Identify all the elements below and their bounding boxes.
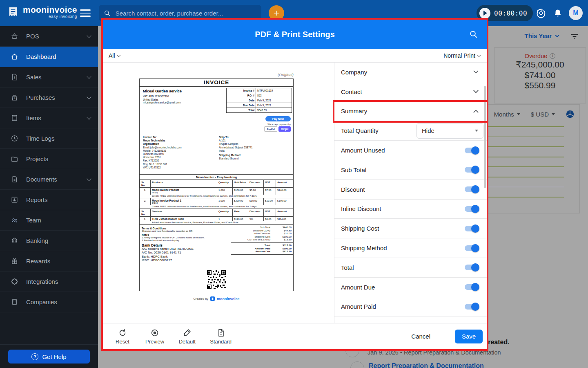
modal-body: (Original) INVOICE Miceal Garden service… (103, 63, 487, 323)
toggle-switch[interactable] (465, 303, 479, 311)
app-logo[interactable]: mooninvoice easy invoicing (7, 5, 77, 19)
timer-value: 00:00:00 (494, 9, 527, 17)
chevron-down-icon (87, 115, 91, 119)
invoice-totals-block: Sub Total$448.00Discount (10%)$44.80Inli… (231, 225, 293, 268)
sidebar-item[interactable]: POS (0, 26, 98, 47)
sidebar-item-label: Rewards (26, 258, 91, 265)
chevron-down-icon (473, 88, 479, 93)
toggle-switch[interactable] (465, 263, 479, 272)
sidebar-item-label: Documents (26, 176, 87, 183)
sidebar-item[interactable]: Companies (0, 292, 98, 312)
pdf-print-settings-modal: PDF & Print Settings All Normal Print (O… (101, 18, 488, 351)
toggle-row: Amount Unused (334, 141, 487, 160)
items-icon (11, 114, 19, 122)
dashboard-icon (11, 53, 19, 61)
standard-button[interactable]: Standard (210, 328, 232, 345)
toggle-switch[interactable] (465, 224, 479, 233)
total-quantity-select[interactable]: Hide (416, 123, 483, 139)
qr-code (207, 270, 226, 289)
chevron-down-icon (477, 53, 481, 56)
sidebar-item[interactable]: Dashboard (0, 47, 98, 67)
pos-icon (11, 32, 19, 40)
invoice-meta-row: DateFeb 9, 2021 (227, 98, 292, 103)
sidebar-item[interactable]: Integrations (0, 272, 98, 292)
sidebar-item[interactable]: Banking (0, 231, 98, 251)
mooninvoice-logo-icon (210, 296, 215, 301)
sidebar-item-label: Banking (26, 237, 91, 244)
print-mode-dropdown[interactable]: Normal Print (443, 52, 480, 59)
sidebar-item[interactable]: Time Logs (0, 128, 98, 149)
sidebar-item[interactable]: Team (0, 210, 98, 231)
sidebar-item[interactable]: Projects (0, 149, 98, 169)
section-company[interactable]: Company (334, 63, 487, 82)
search-input[interactable] (115, 9, 256, 17)
modal-header: PDF & Print Settings (103, 20, 487, 49)
reset-button[interactable]: Reset (114, 328, 131, 345)
document-icon (216, 328, 225, 337)
services-table-header: Sr. No.ServicesQuantityRateDiscountGSTAm… (140, 209, 293, 216)
sidebar-item[interactable]: Items (0, 108, 98, 128)
invoice-meta-row: P.O. #852 (227, 93, 292, 98)
companies-icon (11, 298, 19, 306)
modal-search-icon[interactable] (469, 30, 478, 40)
toggle-switch[interactable] (465, 244, 479, 252)
total-row: Amount Due$417.80 (233, 250, 292, 253)
toggle-row: Discount (334, 180, 487, 200)
total-row: Amount Paid$100.00 (233, 247, 292, 250)
default-button[interactable]: Default (178, 328, 196, 345)
paypal-badge: PayPal (264, 126, 277, 132)
toggle-switch[interactable] (465, 205, 479, 213)
user-avatar[interactable]: M (569, 6, 583, 20)
modal-title: PDF & Print Settings (255, 30, 335, 39)
invoice-to-block: Invoice To: Moon TechnolabsOrganization … (143, 136, 219, 174)
settings-gear-icon[interactable] (536, 8, 546, 20)
sidebar-item-label: Purchases (26, 94, 87, 101)
toggle-rows: Amount Unused Sub Total Discount Inline … (334, 141, 487, 316)
section-contact[interactable]: Contact (334, 82, 487, 102)
toggle-switch[interactable] (465, 283, 479, 291)
reset-icon (118, 328, 127, 337)
chevron-down-icon (87, 74, 91, 79)
document-type-value: All (109, 52, 115, 59)
menu-icon[interactable] (80, 9, 91, 17)
sidebar-item[interactable]: Reports (0, 190, 98, 210)
products-table-rows: 1. Moon Invoice ProductPR01 1.000 $150.0… (140, 187, 293, 209)
notifications-bell-icon[interactable] (553, 8, 563, 20)
get-help-label: Get Help (42, 353, 66, 360)
invoice-title: INVOICE (140, 79, 293, 87)
product-row: 1. Moon Invoice ProductPR01 1.000 $150.0… (140, 187, 293, 198)
save-button[interactable]: Save (455, 330, 483, 343)
sidebar-item[interactable]: Documents (0, 169, 98, 190)
toggle-switch[interactable] (465, 146, 479, 155)
settings-scrollbar[interactable] (484, 86, 486, 188)
cancel-button[interactable]: Cancel (407, 330, 434, 343)
receipt-logo-icon (7, 6, 20, 19)
preview-button[interactable]: Preview (145, 328, 164, 345)
get-help-button[interactable]: ? Get Help (8, 350, 90, 364)
sidebar-item[interactable]: Rewards (0, 251, 98, 272)
document-type-dropdown[interactable]: All (109, 52, 120, 59)
sidebar-item[interactable]: $ Purchases (0, 88, 98, 108)
total-row: Discount (10%)$44.80 (233, 229, 292, 232)
invoice-page: INVOICE Miceal Garden service VAT: ABN 1… (139, 79, 294, 291)
chevron-down-icon (87, 94, 91, 99)
sidebar-item[interactable]: $ Sales (0, 67, 98, 88)
toggle-switch[interactable] (465, 166, 479, 174)
chevron-down-icon (87, 176, 91, 181)
sidebar-item-label: Team (26, 217, 91, 224)
svg-text:$: $ (14, 76, 16, 79)
pay-now-button[interactable]: Pay Now (265, 116, 291, 121)
play-icon[interactable] (479, 8, 490, 19)
total-row: Total$517.80 (233, 244, 292, 247)
integrations-icon (11, 278, 19, 286)
toggle-row: Total (334, 258, 487, 278)
sidebar-item-label: Items (26, 114, 87, 121)
toggle-switch[interactable] (465, 185, 479, 193)
sidebar-item-label: Integrations (26, 278, 91, 285)
sidebar-item-label: Reports (26, 196, 91, 203)
stripe-badge: stripe (278, 126, 291, 132)
reports-icon (11, 196, 19, 204)
invoice-preview-pane: (Original) INVOICE Miceal Garden service… (103, 63, 334, 323)
section-summary[interactable]: Summary (334, 102, 487, 121)
original-tag: (Original) (278, 72, 294, 77)
